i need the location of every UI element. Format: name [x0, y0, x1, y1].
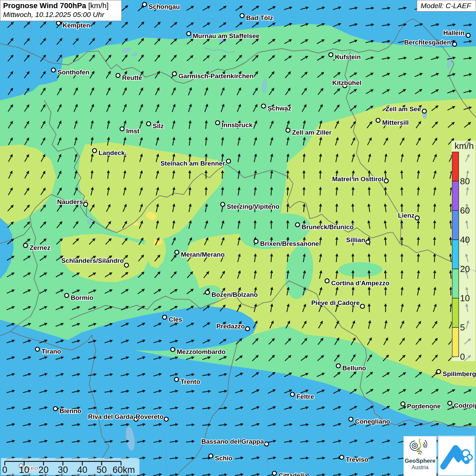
legend-band	[452, 269, 459, 298]
city-marker	[261, 104, 266, 108]
city-label: Kempten	[63, 22, 90, 29]
city-label: Murnau am Staffelsee	[193, 32, 259, 39]
city-marker	[209, 454, 213, 458]
city-marker	[53, 407, 57, 411]
scale-label: 50	[97, 465, 107, 475]
city-label: Schio	[215, 455, 233, 462]
model-label: Modell: C-LAEF	[417, 0, 476, 12]
city-marker	[401, 402, 405, 406]
legend-tick-label: 40	[460, 235, 470, 245]
city-bruneck-brunico: Bruneck/Brunico	[295, 223, 354, 231]
city-label: Codroipo	[454, 402, 476, 409]
city-marker	[174, 377, 178, 381]
city-label: Bozen/Bolzano	[211, 291, 258, 298]
city-label: Zernez	[30, 244, 50, 251]
city-label: Matrei in Osttirol	[332, 175, 384, 183]
city-marker	[23, 243, 28, 248]
city-zell-am-ziller: Zell am Ziller	[286, 128, 332, 136]
city-marker	[172, 72, 176, 76]
city-marker	[336, 364, 340, 368]
city-label: Bassano del Grappa	[201, 438, 264, 445]
city-marker	[120, 127, 124, 131]
city-marker	[366, 240, 370, 244]
legend-tick-label: 80	[460, 176, 470, 186]
city-murnau-am-staffelsee: Murnau am Staffelsee	[187, 32, 259, 39]
city-marker	[384, 179, 388, 183]
city-riva-del-garda: Riva del Garda	[88, 413, 138, 421]
city-marker	[187, 32, 191, 36]
city-marker	[221, 202, 225, 206]
legend-band	[452, 181, 459, 210]
city-marker	[448, 401, 452, 405]
scale-label: 10	[19, 465, 29, 475]
city-label: Rovereto	[136, 413, 164, 420]
city-mezzolombardo: Mezzolombardo	[171, 347, 226, 355]
city-marker	[272, 471, 276, 475]
city-marker	[51, 68, 55, 72]
city-marker	[171, 347, 175, 352]
city-label: Meran/Merano	[181, 251, 225, 258]
city-marker	[205, 290, 209, 294]
city-marker	[437, 370, 441, 374]
geosphere-contour-icon	[404, 436, 437, 457]
scale-bar: 0102030405060km	[1, 458, 139, 475]
city-marker	[35, 347, 39, 351]
city-label: Tirano	[41, 348, 61, 355]
city-marker	[360, 304, 364, 308]
city-predazzo: Predazzo	[217, 323, 250, 331]
city-label: Garmisch-Partenkirchen	[178, 72, 254, 80]
city-label: Sterzing/Vipiteno	[227, 203, 279, 210]
city-marker	[226, 159, 231, 163]
city-marker	[124, 263, 129, 267]
city-label: Bormio	[71, 294, 94, 301]
city-marker	[254, 239, 258, 243]
title-unit: [km/h]	[86, 1, 108, 10]
city-bozen-bolzano: Bozen/Bolzano	[205, 290, 258, 298]
city-sterzing-vipiteno: Sterzing/Vipiteno	[221, 202, 279, 210]
city-marker	[290, 392, 294, 396]
city-label: Cles	[169, 316, 182, 323]
city-label: Hallein	[443, 29, 464, 36]
city-marker	[163, 315, 167, 319]
city-label: Bienno	[60, 407, 81, 414]
city-marker	[56, 21, 61, 25]
city-label: Innsbruck	[222, 121, 253, 129]
city-meran-merano: Meran/Merano	[175, 250, 225, 258]
scale-label: 20	[38, 465, 49, 475]
city-label: Mezzolombardo	[177, 348, 226, 355]
scale-label: 60km	[113, 465, 135, 475]
city-cortina-d-ampezzo: Cortina d'Ampezzo	[325, 279, 389, 287]
mountain-cloud-icon	[439, 437, 474, 475]
city-marker	[422, 109, 426, 113]
city-marker	[376, 118, 380, 122]
city-marker	[265, 442, 269, 446]
city-label: Kufstein	[335, 53, 361, 61]
city-marker	[286, 128, 290, 132]
geosphere-name: GeoSphere	[404, 458, 437, 464]
city-label: Lienz	[398, 212, 414, 219]
city-steinach-am-brenner: Steinach am Brenner	[160, 159, 231, 167]
city-label: Imst	[126, 128, 140, 135]
geosphere-sub: Austria	[404, 464, 437, 471]
city-marker	[92, 149, 97, 153]
city-marker	[340, 455, 344, 459]
legend-band	[452, 240, 459, 269]
city-label: Pordenone	[407, 403, 441, 410]
city-bassano-del-grappa: Bassano del Grappa	[201, 438, 269, 446]
city-marker	[415, 216, 419, 220]
city-label: Zell am Ziller	[292, 129, 332, 136]
city-marker	[147, 122, 151, 126]
city-marker	[453, 42, 457, 46]
legend-band	[452, 210, 459, 240]
city-label: Schwaz	[268, 105, 291, 112]
city-label: Nauders	[57, 198, 83, 205]
city-label: Mittersill	[382, 119, 409, 126]
city-zell-am-see: Zell am See	[385, 105, 426, 113]
geosphere-logo: GeoSphere Austria	[404, 436, 437, 476]
city-conegliano: Conegliano	[349, 417, 390, 425]
city-marker	[325, 279, 329, 283]
scale-label: 40	[77, 465, 87, 475]
mountain-cloud-logo	[438, 436, 475, 476]
city-garmisch-partenkirchen: Garmisch-Partenkirchen	[172, 72, 254, 80]
city-label: Conegliano	[355, 418, 390, 425]
